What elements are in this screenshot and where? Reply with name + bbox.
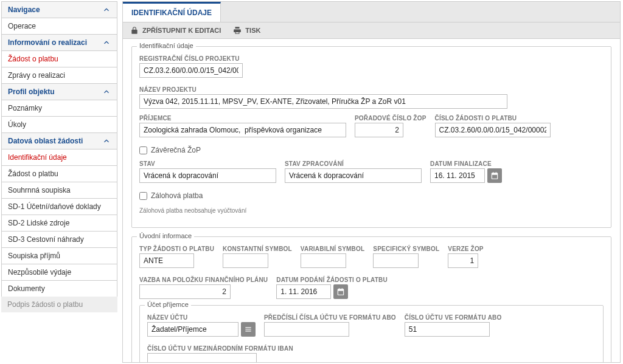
toolbar: ZPŘÍSTUPNIT K EDITACI TISK — [123, 22, 620, 39]
input-poradove[interactable] — [355, 123, 403, 137]
input-proj-name[interactable] — [139, 94, 507, 109]
sidebar-item-15[interactable]: Soupiska příjmů — [1, 247, 117, 264]
legend-ucet-prijemce: Účet příjemce — [145, 301, 191, 308]
list-button-up-nazev[interactable] — [241, 322, 256, 337]
edit-button-label: ZPŘÍSTUPNIT K EDITACI — [142, 27, 221, 34]
sidebar-item-13[interactable]: SD-2 Lidské zdroje — [1, 215, 117, 232]
edit-button[interactable]: ZPŘÍSTUPNIT K EDITACI — [130, 26, 221, 35]
print-button[interactable]: TISK — [233, 26, 260, 35]
sidebar-item-0[interactable]: Navigace — [1, 1, 117, 18]
input-up-cislo[interactable] — [405, 322, 490, 337]
input-up-predcisli[interactable] — [264, 322, 349, 337]
checkbox-zaverecna-zop[interactable] — [139, 146, 147, 154]
label-datum-podani: DATUM PODÁNÍ ŽÁDOSTI O PLATBU — [276, 276, 388, 283]
sidebar-item-1[interactable]: Operace — [1, 18, 117, 35]
sidebar-item-2[interactable]: Informování o realizaci — [1, 34, 117, 51]
legend-uvod: Úvodní informace — [137, 232, 194, 239]
label-konst-symbol: KONSTANTNÍ SYMBOL — [223, 246, 292, 252]
input-typ-zadosti[interactable] — [139, 253, 194, 268]
sidebar-item-14[interactable]: SD-3 Cestovní náhrady — [1, 231, 117, 248]
sidebar-item-label: Poznámky — [8, 104, 42, 112]
chevron-up-icon — [102, 5, 111, 14]
label-poradove: POŘADOVÉ ČÍSLO ŽOP — [355, 115, 426, 122]
input-datum-fin[interactable] — [430, 168, 485, 183]
sidebar-item-label: SD-3 Cestovní náhrady — [8, 235, 84, 244]
sidebar-item-3[interactable]: Žádost o platbu — [1, 50, 117, 67]
sidebar: NavigaceOperaceInformování o realizaciŽá… — [0, 0, 119, 364]
input-cislo-zop[interactable] — [435, 123, 551, 137]
calendar-button-datum-fin[interactable] — [487, 168, 502, 183]
sidebar-item-10[interactable]: Žádost o platbu — [1, 165, 117, 182]
input-datum-podani[interactable] — [276, 284, 331, 299]
sidebar-item-5[interactable]: Profil objektu — [1, 83, 117, 100]
sidebar-item-label: SD-2 Lidské zdroje — [8, 219, 69, 227]
print-icon — [233, 26, 242, 35]
label-prijemce: PŘÍJEMCE — [139, 115, 346, 122]
input-konst-symbol[interactable] — [223, 253, 268, 268]
sidebar-item-label: Podpis žádosti o platbu — [7, 300, 83, 309]
label-stav: STAV — [139, 160, 276, 167]
sidebar-item-label: Žádost o platbu — [8, 170, 58, 178]
input-reg-num[interactable] — [139, 63, 243, 78]
label-proj-name: NÁZEV PROJEKTU — [139, 86, 507, 93]
input-var-symbol[interactable] — [301, 253, 346, 268]
sidebar-item-label: SD-1 Účetní/daňové doklady — [8, 202, 101, 211]
sidebar-item-label: Datová oblast žádosti — [8, 137, 83, 145]
label-typ-zadosti: TYP ŽÁDOSTI O PLATBU — [139, 246, 214, 252]
input-up-nazev[interactable] — [147, 322, 238, 337]
sidebar-item-label: Úkoly — [8, 120, 26, 129]
fieldset-ucet-prijemce: Účet příjemce NÁZEV ÚČTU — [139, 305, 604, 362]
sidebar-item-11[interactable]: Souhrnná soupiska — [1, 182, 117, 199]
label-stav-zprac: STAV ZPRACOVÁNÍ — [285, 160, 422, 167]
calendar-icon — [490, 171, 499, 180]
sidebar-item-12[interactable]: SD-1 Účetní/daňové doklady — [1, 198, 117, 215]
input-verze-zop[interactable] — [448, 253, 478, 268]
sidebar-item-8[interactable]: Datová oblast žádosti — [1, 132, 117, 149]
label-up-predcisli: PŘEDČÍSLÍ ČÍSLA ÚČTU VE FORMÁTU ABO — [264, 314, 396, 321]
sidebar-item-label: Žádost o platbu — [8, 55, 58, 63]
input-stav[interactable] — [139, 168, 276, 183]
legend-ident: Identifikační údaje — [137, 42, 196, 49]
tab-ident-udaje[interactable]: IDENTIFIKAČNÍ ÚDAJE — [123, 2, 221, 22]
sidebar-item-18[interactable]: Podpis žádosti o platbu — [1, 297, 117, 312]
sidebar-item-label: Dokumenty — [8, 284, 45, 293]
sidebar-item-16[interactable]: Nezpůsobilé výdaje — [1, 264, 117, 281]
label-datum-fin: DATUM FINALIZACE — [430, 160, 502, 167]
tab-bar: IDENTIFIKAČNÍ ÚDAJE — [123, 2, 620, 22]
label-zaverecna-zop: Závěrečná ŽoP — [151, 146, 201, 154]
fieldset-identifikacni-udaje: Identifikační údaje REGISTRAČNÍ ČÍSLO PR… — [131, 46, 611, 228]
sidebar-item-label: Informování o realizaci — [8, 38, 87, 47]
sidebar-item-label: Identifikační údaje — [8, 153, 67, 162]
label-verze-zop: VERZE ŽOP — [448, 246, 483, 252]
calendar-button-datum-podani[interactable] — [333, 284, 348, 299]
label-up-cislo: ČÍSLO ÚČTU VE FORMÁTU ABO — [405, 314, 502, 321]
label-up-iban: ČÍSLO ÚČTU V MEZINÁRODNÍM FORMÁTU IBAN — [147, 345, 293, 352]
input-spec-symbol[interactable] — [373, 253, 419, 268]
input-vazba-plan[interactable] — [139, 284, 231, 299]
input-up-iban[interactable] — [147, 353, 257, 362]
input-prijemce[interactable] — [139, 123, 346, 137]
label-var-symbol: VARIABILNÍ SYMBOL — [301, 246, 364, 252]
label-reg-num: REGISTRAČNÍ ČÍSLO PROJEKTU — [139, 55, 243, 62]
list-icon — [244, 325, 252, 334]
label-vazba-plan: VAZBA NA POLOŽKU FINANČNÍHO PLÁNU — [139, 276, 268, 283]
chevron-up-icon — [102, 38, 111, 47]
checkbox-zalohova-platba[interactable] — [139, 192, 147, 200]
sidebar-item-label: Nezpůsobilé výdaje — [8, 268, 71, 276]
sidebar-item-label: Operace — [8, 22, 36, 30]
content-area: Identifikační údaje REGISTRAČNÍ ČÍSLO PR… — [123, 39, 620, 362]
fieldset-uvodni-informace: Úvodní informace TYP ŽÁDOSTI O PLATBU KO… — [131, 236, 611, 362]
sidebar-item-7[interactable]: Úkoly — [1, 116, 117, 133]
lock-icon — [130, 26, 139, 35]
sidebar-item-label: Profil objektu — [8, 88, 55, 96]
sidebar-item-9[interactable]: Identifikační údaje — [1, 149, 117, 166]
label-zalohova-platba: Zálohová platba — [151, 191, 203, 200]
sidebar-item-4[interactable]: Zprávy o realizaci — [1, 67, 117, 84]
sidebar-item-17[interactable]: Dokumenty — [1, 280, 117, 297]
sidebar-item-6[interactable]: Poznámky — [1, 100, 117, 117]
input-stav-zprac[interactable] — [285, 168, 422, 183]
chevron-up-icon — [102, 137, 111, 145]
sidebar-item-label: Navigace — [8, 5, 40, 14]
main-panel: IDENTIFIKAČNÍ ÚDAJE ZPŘÍSTUPNIT K EDITAC… — [122, 1, 621, 363]
calendar-icon — [336, 287, 345, 296]
